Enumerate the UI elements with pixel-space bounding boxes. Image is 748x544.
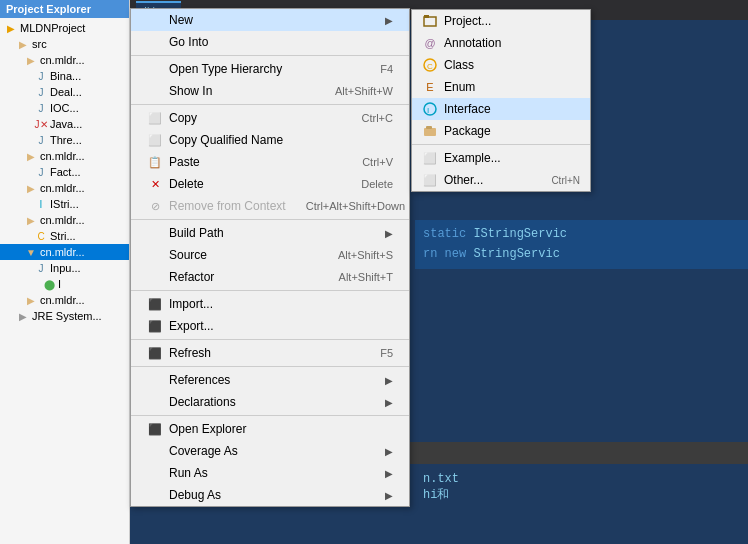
refresh-icon: ⬛ [147,345,163,361]
pe-item-inpu[interactable]: J Inpu... [0,260,129,276]
new-icon [147,12,163,28]
pe-label: cn.mldr... [40,214,85,226]
cm-label: Delete [169,177,204,191]
pe-label: cn.mldr... [40,294,85,306]
java-icon: J [34,261,48,275]
cm-shortcut: F5 [380,347,393,359]
pe-item-pkg6[interactable]: ▶ cn.mldr... [0,292,129,308]
references-icon [147,372,163,388]
cm-item-coverageas[interactable]: Coverage As ▶ [131,440,409,462]
pe-item-istri[interactable]: I IStri... [0,196,129,212]
cm-shortcut: Delete [361,178,393,190]
pe-item-deal[interactable]: J Deal... [0,84,129,100]
sm-item-project[interactable]: Project... [412,10,590,32]
pe-label: IStri... [50,198,79,210]
sm-item-package[interactable]: Package [412,120,590,142]
cm-item-runas[interactable]: Run As ▶ [131,462,409,484]
sm-item-enum[interactable]: E Enum [412,76,590,98]
sm-item-annotation[interactable]: @ Annotation [412,32,590,54]
cm-label: Refresh [169,346,211,360]
pe-item-mldnproject[interactable]: ▶ MLDNProject [0,20,129,36]
cm-item-opentypehierarchy[interactable]: Open Type Hierarchy F4 [131,58,409,80]
cm-item-copyqualified[interactable]: ⬜ Copy Qualified Name [131,129,409,151]
cm-item-refresh[interactable]: ⬛ Refresh F5 [131,342,409,364]
cm-item-copy[interactable]: ⬜ Copy Ctrl+C [131,107,409,129]
cm-item-openexplorer[interactable]: ⬛ Open Explorer [131,418,409,440]
cm-item-debugas[interactable]: Debug As ▶ [131,484,409,506]
paste-icon: 📋 [147,154,163,170]
cm-label: Debug As [169,488,221,502]
cm-shortcut: Ctrl+V [362,156,393,168]
source-icon [147,247,163,263]
code-comment: hi和 [423,486,740,503]
submenu-arrow: ▶ [385,468,393,479]
cm-item-references[interactable]: References ▶ [131,369,409,391]
cm-item-export[interactable]: ⬛ Export... [131,315,409,337]
highlighted-code: static IStringServic rn new StringServic [415,220,748,269]
pe-item-java[interactable]: J✕ Java... [0,116,129,132]
pe-item-pkg5[interactable]: ▼ cn.mldr... [0,244,129,260]
sm-label: Enum [444,80,475,94]
code-static: static IStringServic [423,224,740,244]
pe-item-pkg1[interactable]: ▶ cn.mldr... [0,52,129,68]
pe-item-ioc[interactable]: J IOC... [0,100,129,116]
cm-item-buildpath[interactable]: Build Path ▶ [131,222,409,244]
other-icon: ⬜ [422,172,438,188]
context-menu: New ▶ Go Into Open Type Hierarchy F4 Sho… [130,8,410,507]
delete-icon: ✕ [147,176,163,192]
cm-item-paste[interactable]: 📋 Paste Ctrl+V [131,151,409,173]
folder-icon: ▶ [16,37,30,51]
pe-label: IOC... [50,102,79,114]
cm-item-gointo[interactable]: Go Into [131,31,409,53]
submenu-arrow-new: ▶ [385,15,393,26]
cm-item-source[interactable]: Source Alt+Shift+S [131,244,409,266]
pe-item-stri[interactable]: C Stri... [0,228,129,244]
pe-item-pkg2[interactable]: ▶ cn.mldr... [0,148,129,164]
pe-label: src [32,38,47,50]
pe-item-bina[interactable]: J Bina... [0,68,129,84]
cm-item-delete[interactable]: ✕ Delete Delete [131,173,409,195]
pe-item-fact[interactable]: J Fact... [0,164,129,180]
pe-label: MLDNProject [20,22,85,34]
pe-item-pkg3[interactable]: ▶ cn.mldr... [0,180,129,196]
pe-item-inner[interactable]: ⬤ I [0,276,129,292]
package-icon [422,123,438,139]
cm-label: Remove from Context [169,199,286,213]
runas-icon [147,465,163,481]
explorer-icon: ⬛ [147,421,163,437]
cm-item-new[interactable]: New ▶ [131,9,409,31]
sm-item-other[interactable]: ⬜ Other... Ctrl+N [412,169,590,191]
sm-item-class[interactable]: C Class [412,54,590,76]
submenu-arrow: ▶ [385,375,393,386]
pe-item-pkg4[interactable]: ▶ cn.mldr... [0,212,129,228]
submenu-new: Project... @ Annotation C Class E Enum [411,9,591,192]
svg-rect-0 [424,17,436,26]
sm-item-example[interactable]: ⬜ Example... [412,147,590,169]
sm-label: Annotation [444,36,501,50]
sm-label: Project... [444,14,491,28]
cm-shortcut: Alt+Shift+T [339,271,393,283]
pe-item-src[interactable]: ▶ src [0,36,129,52]
cm-item-removectx[interactable]: ⊘ Remove from Context Ctrl+Alt+Shift+Dow… [131,195,409,217]
coverage-icon [147,443,163,459]
cm-label: Copy Qualified Name [169,133,283,147]
pe-item-thre[interactable]: J Thre... [0,132,129,148]
sm-item-interface[interactable]: I Interface [412,98,590,120]
cm-item-import[interactable]: ⬛ Import... [131,293,409,315]
package-icon: ▼ [24,245,38,259]
cm-item-refactor[interactable]: Refactor Alt+Shift+T [131,266,409,288]
cm-item-declarations[interactable]: Declarations ▶ [131,391,409,413]
buildpath-icon [147,225,163,241]
export-icon: ⬛ [147,318,163,334]
cm-shortcut: F4 [380,63,393,75]
pe-label: Thre... [50,134,82,146]
interface-icon: I [422,101,438,117]
cm-label: Source [169,248,207,262]
pe-label: cn.mldr... [40,150,85,162]
submenu-arrow: ▶ [385,490,393,501]
pe-label: Fact... [50,166,81,178]
cm-item-showin[interactable]: Show In Alt+Shift+W [131,80,409,102]
pe-item-jre[interactable]: ▶ JRE System... [0,308,129,324]
svg-text:I: I [427,106,429,115]
svg-text:C: C [427,62,433,71]
